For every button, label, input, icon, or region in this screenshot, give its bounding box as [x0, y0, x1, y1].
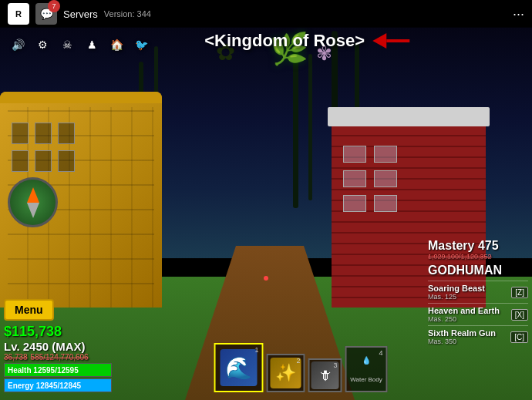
mastery-xp: 1,029,100/1,120,352	[428, 253, 528, 261]
slot-number-4: 4	[379, 349, 382, 357]
window	[374, 195, 397, 212]
hotbar-slot-3[interactable]: 3 🗡	[308, 358, 342, 392]
notification-button[interactable]: 💬 7	[35, 3, 57, 25]
twitter-icon[interactable]: 🐦	[131, 35, 151, 55]
energy-label: Energy 12845/12845	[8, 382, 81, 390]
stats-divider-3	[428, 325, 528, 326]
hotbar-slot-4[interactable]: 4 💧 Water Body	[345, 346, 388, 392]
chess-icon[interactable]: ♟	[82, 35, 102, 55]
kingdom-title-container: <Kingdom of Rose>	[204, 31, 409, 51]
hotbar-slot-2[interactable]: 2 ✨	[267, 354, 305, 392]
sound-icon[interactable]: 🔊	[8, 35, 28, 55]
slot-number-2: 2	[296, 357, 300, 365]
roblox-logo[interactable]: R	[8, 3, 29, 25]
health-label: Health 12595/12595	[8, 366, 79, 375]
version-label: Version: 344	[104, 9, 151, 18]
health-bar-container: Health 12595/12595	[4, 363, 112, 377]
skill-name-2: Heaven and Earth	[428, 306, 500, 315]
stats-divider-2	[428, 303, 528, 304]
kingdom-title: <Kingdom of Rose>	[204, 31, 365, 51]
top-bar-right: ···	[513, 6, 524, 22]
class-name: GODHUMAN	[428, 264, 528, 277]
energy-bar-container: Energy 12845/12845	[4, 378, 112, 392]
settings-icon[interactable]: ⚙	[32, 35, 52, 55]
skill-row-sixth-realm: Sixth Realm Gun Mas. 350 [C]	[428, 328, 528, 345]
window	[374, 146, 397, 163]
skull-icon[interactable]: ☠	[57, 35, 77, 55]
xp-row: 36,738 585/124,770,606	[4, 353, 112, 361]
bottom-left-hud: Menu $115,738 Lv. 2450 (MAX) 36,738 585/…	[4, 299, 112, 392]
stats-divider	[428, 281, 528, 281]
compass	[8, 177, 58, 227]
slot-icon-4: 💧	[362, 356, 371, 365]
top-bar: R 💬 7 Servers Version: 344 ···	[0, 0, 532, 28]
game-canvas: 🌿 ✿ ✾ R 💬	[0, 0, 532, 400]
slot-icon-1: 🌊	[221, 349, 258, 386]
window	[343, 170, 366, 187]
right-stats-panel: Mastery 475 1,029,100/1,120,352 GODHUMAN…	[428, 239, 528, 347]
window	[374, 170, 397, 187]
window	[12, 123, 29, 144]
skill-name-3: Sixth Realm Gun	[428, 328, 496, 338]
window	[35, 150, 52, 172]
skill-key-1[interactable]: [Z]	[511, 287, 528, 298]
skill-mas-2: Mas. 250	[428, 315, 500, 323]
building-left-roof	[0, 92, 162, 103]
skill-mas-3: Mas. 350	[428, 338, 496, 345]
xp-current: 36,738	[4, 353, 28, 361]
arrow-icon	[372, 33, 386, 49]
player-dot	[264, 276, 268, 281]
compass-south	[27, 203, 39, 218]
skill-row-soaring-beast: Soaring Beast Mas. 125 [Z]	[428, 284, 528, 301]
window	[343, 146, 366, 163]
skill-key-2[interactable]: [X]	[511, 309, 528, 321]
gold-display: $115,738	[4, 324, 112, 340]
mastery-title: Mastery 475	[428, 239, 528, 253]
window	[12, 150, 29, 172]
arrow-line	[386, 39, 409, 42]
slot-label-4: Water Body	[350, 376, 382, 383]
kingdom-arrow	[372, 33, 409, 49]
window	[35, 123, 52, 144]
level-display: Lv. 2450 (MAX)	[4, 340, 112, 353]
skill-key-3[interactable]: [C]	[510, 331, 528, 343]
hotbar-slot-1[interactable]: 1 🌊	[214, 343, 264, 392]
window	[343, 195, 366, 212]
notification-count: 7	[48, 0, 60, 12]
compass-north	[27, 187, 39, 203]
skill-row-heaven-earth: Heaven and Earth Mas. 250 [X]	[428, 306, 528, 323]
hotbar: 1 🌊 2 ✨ 3 🗡 4 💧 Water Body	[214, 343, 388, 392]
skill-mas-1: Mas. 125	[428, 293, 485, 301]
toolbar: 🔊 ⚙ ☠ ♟ 🏠 🐦	[8, 35, 151, 55]
slot-number-1: 1	[254, 346, 258, 354]
tree-4	[308, 54, 312, 200]
building-right-roof	[328, 107, 490, 126]
servers-label[interactable]: Servers	[63, 8, 98, 20]
menu-dots-button[interactable]: ···	[513, 6, 524, 22]
xp-total: 585/124,770,606	[31, 353, 89, 361]
window	[58, 123, 75, 144]
menu-button[interactable]: Menu	[4, 299, 54, 321]
window	[58, 150, 75, 172]
skill-name-1: Soaring Beast	[428, 284, 485, 293]
slot-number-3: 3	[333, 361, 337, 369]
home-icon[interactable]: 🏠	[106, 35, 126, 55]
